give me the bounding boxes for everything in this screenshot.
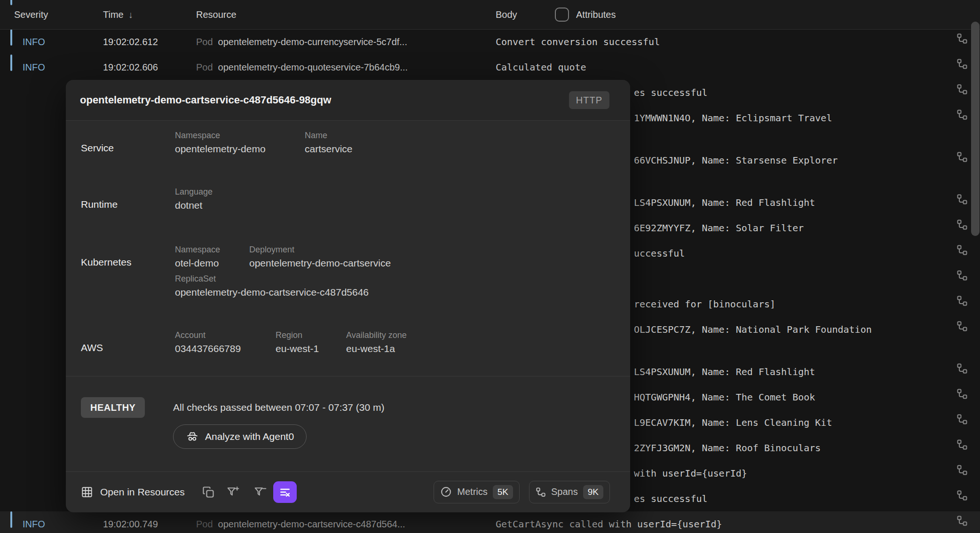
- trace-icon[interactable]: [956, 80, 968, 91]
- field-value: otel-demo: [175, 256, 249, 270]
- resource-popover: opentelemetry-demo-cartservice-c487d5646…: [66, 80, 630, 512]
- trace-icon[interactable]: [956, 55, 968, 66]
- field-value: cartservice: [305, 142, 353, 156]
- section-label: Runtime: [81, 186, 175, 212]
- field-label: Language: [175, 186, 213, 197]
- trace-icon[interactable]: [956, 190, 968, 201]
- trace-icon[interactable]: [956, 359, 968, 370]
- log-body-fragment: uccessful: [634, 241, 685, 266]
- column-header-resource: Resource: [196, 0, 237, 29]
- log-time: 19:02:00.749: [103, 511, 158, 533]
- analyze-with-agent0-button[interactable]: Analyze with Agent0: [173, 424, 307, 449]
- log-row[interactable]: INFO19:02:00.749Podopentelemetry-demo-ca…: [0, 511, 980, 533]
- scrollbar-thumb[interactable]: [971, 22, 980, 236]
- section-runtime: Runtime Language dotnet: [81, 186, 213, 212]
- trace-icon[interactable]: [956, 241, 968, 252]
- field-label: Namespace: [175, 244, 249, 255]
- popover-header: opentelemetry-demo-cartservice-c487d5646…: [66, 80, 630, 121]
- trace-icon[interactable]: [956, 317, 968, 328]
- trace-icon[interactable]: [956, 291, 968, 303]
- log-resource: Podopentelemetry-demo-quoteservice-7b64c…: [196, 55, 408, 80]
- section-label: Kubernetes: [81, 244, 175, 270]
- trace-icon[interactable]: [956, 29, 968, 40]
- field-label: Account: [175, 329, 276, 341]
- log-row[interactable]: INFO19:02:02.606Podopentelemetry-demo-qu…: [0, 55, 980, 80]
- log-body-fragment: es successful: [634, 486, 708, 511]
- log-body-fragment: 1YMWWN1N4O, Name: Eclipsmart Travel: [634, 105, 832, 131]
- gauge-icon: [440, 486, 452, 498]
- trace-icon[interactable]: [956, 511, 968, 523]
- severity-bar: [10, 511, 12, 528]
- log-body-fragment: 66VCHSJNUP, Name: Starsense Explorer: [634, 148, 838, 173]
- column-header-severity: Severity: [14, 0, 48, 29]
- trace-icon[interactable]: [956, 486, 968, 497]
- field-value: opentelemetry-demo-cartservice: [249, 256, 391, 270]
- trace-icon[interactable]: [956, 105, 968, 117]
- field-label: Region: [276, 329, 346, 341]
- filter-include-icon[interactable]: [226, 485, 240, 499]
- log-body-fragment: LS4PSXUNUM, Name: Red Flashlight: [634, 190, 815, 215]
- resources-grid-icon[interactable]: [81, 486, 93, 498]
- log-body-fragment: with userId={userId}: [634, 461, 747, 486]
- health-message: All checks passed between 07:07 - 07:37 …: [173, 397, 384, 418]
- column-header-time[interactable]: Time↓: [103, 0, 133, 29]
- analyze-button-label: Analyze with Agent0: [205, 431, 294, 442]
- popover-title: opentelemetry-demo-cartservice-c487d5646…: [80, 80, 331, 120]
- severity-bar: [10, 29, 12, 46]
- severity-bar: [10, 55, 12, 71]
- trace-icon[interactable]: [956, 266, 968, 277]
- log-patterns-button[interactable]: [273, 481, 297, 503]
- copy-icon[interactable]: [202, 486, 215, 499]
- attributes-checkbox[interactable]: [555, 8, 569, 22]
- trace-icon[interactable]: [956, 148, 968, 159]
- field-value: 034437666789: [175, 342, 276, 356]
- trace-icon[interactable]: [956, 435, 968, 447]
- field-label: Namespace: [175, 130, 305, 141]
- resource-kind: Pod: [196, 37, 213, 47]
- severity-bar-fragment: [10, 0, 12, 5]
- metrics-button[interactable]: Metrics 5K: [434, 481, 520, 503]
- severity-label: INFO: [23, 29, 45, 55]
- trace-icon[interactable]: [956, 215, 968, 227]
- field-label: Availability zone: [346, 329, 407, 341]
- trace-icon[interactable]: [956, 461, 968, 472]
- divider: [66, 376, 630, 376]
- log-body-fragment: OLJCESPC7Z, Name: National Park Foundati…: [634, 317, 872, 342]
- section-kubernetes: Kubernetes Namespace otel-demo Deploymen…: [81, 244, 391, 270]
- log-resource: Podopentelemetry-demo-cartservice-c487d5…: [196, 511, 405, 533]
- log-time: 19:02:02.612: [103, 29, 158, 55]
- field-label: Name: [305, 130, 353, 141]
- open-in-resources-button[interactable]: Open in Resources: [100, 486, 185, 498]
- field-value: dotnet: [175, 198, 213, 212]
- filter-exclude-icon[interactable]: [253, 485, 268, 499]
- spans-button[interactable]: Spans 9K: [529, 481, 610, 503]
- severity-label: INFO: [23, 511, 45, 533]
- section-service: Service Namespace opentelemetry-demo Nam…: [81, 130, 353, 156]
- log-row[interactable]: INFO19:02:02.612Podopentelemetry-demo-cu…: [0, 29, 980, 55]
- section-label: AWS: [81, 329, 175, 356]
- section-aws: AWS Account 034437666789 Region eu-west-…: [81, 329, 407, 356]
- severity-label: INFO: [23, 55, 45, 80]
- log-body: GetCartAsync called with userId={userId}: [496, 511, 722, 533]
- trace-icon[interactable]: [956, 410, 968, 421]
- resource-kind: Pod: [196, 519, 213, 529]
- column-header-body: Body: [496, 0, 517, 29]
- section-label: Service: [81, 130, 175, 156]
- log-time: 19:02:02.606: [103, 55, 158, 80]
- spans-label: Spans: [551, 486, 578, 497]
- field-value: opentelemetry-demo: [175, 142, 305, 156]
- log-body-fragment: HQTGWGPNH4, Name: The Comet Book: [634, 384, 815, 410]
- spans-count-badge: 9K: [583, 485, 603, 499]
- metrics-count-badge: 5K: [493, 485, 513, 499]
- log-body-fragment: 2ZYFJ3GM2N, Name: Roof Binoculars: [634, 435, 821, 461]
- detective-icon: [186, 430, 199, 443]
- sort-desc-icon: ↓: [128, 9, 133, 20]
- log-resource: Podopentelemetry-demo-currencyservice-5c…: [196, 29, 407, 55]
- field-label: ReplicaSet: [175, 273, 369, 284]
- trace-icon: [536, 487, 546, 497]
- log-body-fragment: LS4PSXUNUM, Name: Red Flashlight: [634, 359, 815, 384]
- trace-icon[interactable]: [956, 384, 968, 396]
- log-body: Convert conversion successful: [496, 29, 660, 55]
- attributes-label: Attributes: [576, 9, 616, 20]
- health-status-badge: HEALTHY: [81, 397, 145, 418]
